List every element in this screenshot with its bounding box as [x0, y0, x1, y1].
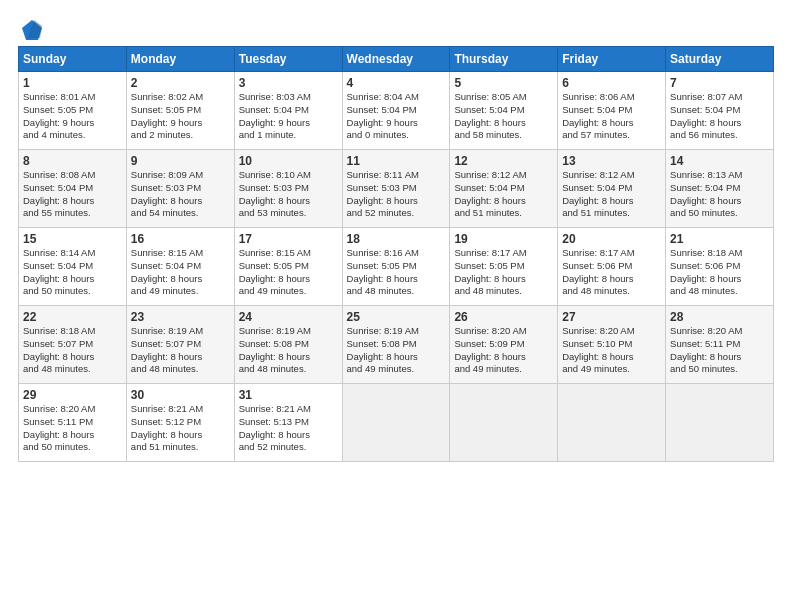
day-info: Daylight: 8 hours: [454, 117, 553, 130]
day-info: and 49 minutes.: [239, 285, 338, 298]
calendar-cell: 2Sunrise: 8:02 AMSunset: 5:05 PMDaylight…: [126, 72, 234, 150]
calendar-cell: 14Sunrise: 8:13 AMSunset: 5:04 PMDayligh…: [666, 150, 774, 228]
calendar-cell: 24Sunrise: 8:19 AMSunset: 5:08 PMDayligh…: [234, 306, 342, 384]
calendar-cell: 28Sunrise: 8:20 AMSunset: 5:11 PMDayligh…: [666, 306, 774, 384]
calendar-cell: [450, 384, 558, 462]
logo-icon: [20, 18, 42, 40]
day-info: Daylight: 8 hours: [239, 351, 338, 364]
day-info: and 56 minutes.: [670, 129, 769, 142]
day-info: Daylight: 8 hours: [23, 429, 122, 442]
calendar-cell: 19Sunrise: 8:17 AMSunset: 5:05 PMDayligh…: [450, 228, 558, 306]
day-info: and 52 minutes.: [347, 207, 446, 220]
day-info: and 48 minutes.: [670, 285, 769, 298]
calendar-cell: 29Sunrise: 8:20 AMSunset: 5:11 PMDayligh…: [19, 384, 127, 462]
day-info: and 49 minutes.: [562, 363, 661, 376]
day-info: Daylight: 9 hours: [131, 117, 230, 130]
day-info: Daylight: 8 hours: [23, 273, 122, 286]
calendar-cell: 8Sunrise: 8:08 AMSunset: 5:04 PMDaylight…: [19, 150, 127, 228]
day-number: 16: [131, 232, 230, 246]
day-info: Sunrise: 8:19 AM: [239, 325, 338, 338]
day-info: Daylight: 8 hours: [670, 351, 769, 364]
day-number: 18: [347, 232, 446, 246]
day-number: 24: [239, 310, 338, 324]
calendar-cell: [666, 384, 774, 462]
day-info: Sunset: 5:04 PM: [454, 104, 553, 117]
day-info: Sunset: 5:06 PM: [562, 260, 661, 273]
calendar-cell: 31Sunrise: 8:21 AMSunset: 5:13 PMDayligh…: [234, 384, 342, 462]
header: [18, 18, 774, 36]
day-info: and 2 minutes.: [131, 129, 230, 142]
day-info: and 55 minutes.: [23, 207, 122, 220]
calendar-cell: 6Sunrise: 8:06 AMSunset: 5:04 PMDaylight…: [558, 72, 666, 150]
day-info: and 50 minutes.: [23, 285, 122, 298]
day-info: Daylight: 8 hours: [239, 273, 338, 286]
day-info: Sunset: 5:09 PM: [454, 338, 553, 351]
calendar-header-friday: Friday: [558, 47, 666, 72]
day-info: and 48 minutes.: [562, 285, 661, 298]
day-info: Daylight: 8 hours: [239, 429, 338, 442]
day-info: Daylight: 8 hours: [131, 429, 230, 442]
day-number: 9: [131, 154, 230, 168]
day-info: Sunrise: 8:02 AM: [131, 91, 230, 104]
day-info: Daylight: 8 hours: [670, 117, 769, 130]
day-info: Sunset: 5:13 PM: [239, 416, 338, 429]
day-info: Sunset: 5:05 PM: [131, 104, 230, 117]
calendar-week-3: 15Sunrise: 8:14 AMSunset: 5:04 PMDayligh…: [19, 228, 774, 306]
day-number: 10: [239, 154, 338, 168]
day-info: Sunset: 5:04 PM: [454, 182, 553, 195]
day-info: Daylight: 8 hours: [23, 351, 122, 364]
day-info: Daylight: 8 hours: [562, 351, 661, 364]
day-info: Daylight: 9 hours: [347, 117, 446, 130]
day-info: Sunset: 5:10 PM: [562, 338, 661, 351]
calendar-cell: [342, 384, 450, 462]
calendar-cell: [558, 384, 666, 462]
day-info: Sunrise: 8:10 AM: [239, 169, 338, 182]
calendar-cell: 1Sunrise: 8:01 AMSunset: 5:05 PMDaylight…: [19, 72, 127, 150]
calendar-cell: 27Sunrise: 8:20 AMSunset: 5:10 PMDayligh…: [558, 306, 666, 384]
day-number: 4: [347, 76, 446, 90]
day-info: Daylight: 8 hours: [562, 273, 661, 286]
day-info: Sunset: 5:04 PM: [23, 260, 122, 273]
day-number: 20: [562, 232, 661, 246]
day-info: Sunrise: 8:15 AM: [239, 247, 338, 260]
day-info: and 49 minutes.: [347, 363, 446, 376]
day-info: Sunrise: 8:01 AM: [23, 91, 122, 104]
day-info: Daylight: 8 hours: [131, 273, 230, 286]
day-info: Daylight: 8 hours: [131, 351, 230, 364]
day-info: Sunset: 5:07 PM: [131, 338, 230, 351]
calendar-cell: 12Sunrise: 8:12 AMSunset: 5:04 PMDayligh…: [450, 150, 558, 228]
day-info: Daylight: 8 hours: [670, 273, 769, 286]
calendar-cell: 9Sunrise: 8:09 AMSunset: 5:03 PMDaylight…: [126, 150, 234, 228]
day-info: Sunset: 5:05 PM: [239, 260, 338, 273]
day-number: 23: [131, 310, 230, 324]
day-number: 14: [670, 154, 769, 168]
day-info: and 49 minutes.: [454, 363, 553, 376]
day-number: 17: [239, 232, 338, 246]
calendar-cell: 20Sunrise: 8:17 AMSunset: 5:06 PMDayligh…: [558, 228, 666, 306]
calendar-cell: 7Sunrise: 8:07 AMSunset: 5:04 PMDaylight…: [666, 72, 774, 150]
day-info: Daylight: 8 hours: [347, 195, 446, 208]
day-info: and 4 minutes.: [23, 129, 122, 142]
calendar-cell: 15Sunrise: 8:14 AMSunset: 5:04 PMDayligh…: [19, 228, 127, 306]
calendar-header-tuesday: Tuesday: [234, 47, 342, 72]
day-info: and 48 minutes.: [454, 285, 553, 298]
day-info: Sunset: 5:04 PM: [562, 182, 661, 195]
day-number: 1: [23, 76, 122, 90]
day-info: Sunset: 5:04 PM: [23, 182, 122, 195]
day-info: and 54 minutes.: [131, 207, 230, 220]
day-number: 5: [454, 76, 553, 90]
day-info: Sunrise: 8:21 AM: [131, 403, 230, 416]
day-info: Sunrise: 8:20 AM: [562, 325, 661, 338]
day-info: Sunset: 5:05 PM: [23, 104, 122, 117]
day-info: Sunrise: 8:18 AM: [670, 247, 769, 260]
calendar-header-saturday: Saturday: [666, 47, 774, 72]
day-info: Sunrise: 8:18 AM: [23, 325, 122, 338]
day-info: Sunrise: 8:19 AM: [131, 325, 230, 338]
day-info: and 1 minute.: [239, 129, 338, 142]
calendar-header-row: SundayMondayTuesdayWednesdayThursdayFrid…: [19, 47, 774, 72]
day-info: Sunrise: 8:08 AM: [23, 169, 122, 182]
day-info: Sunset: 5:12 PM: [131, 416, 230, 429]
day-number: 26: [454, 310, 553, 324]
day-info: Sunrise: 8:05 AM: [454, 91, 553, 104]
calendar-cell: 23Sunrise: 8:19 AMSunset: 5:07 PMDayligh…: [126, 306, 234, 384]
